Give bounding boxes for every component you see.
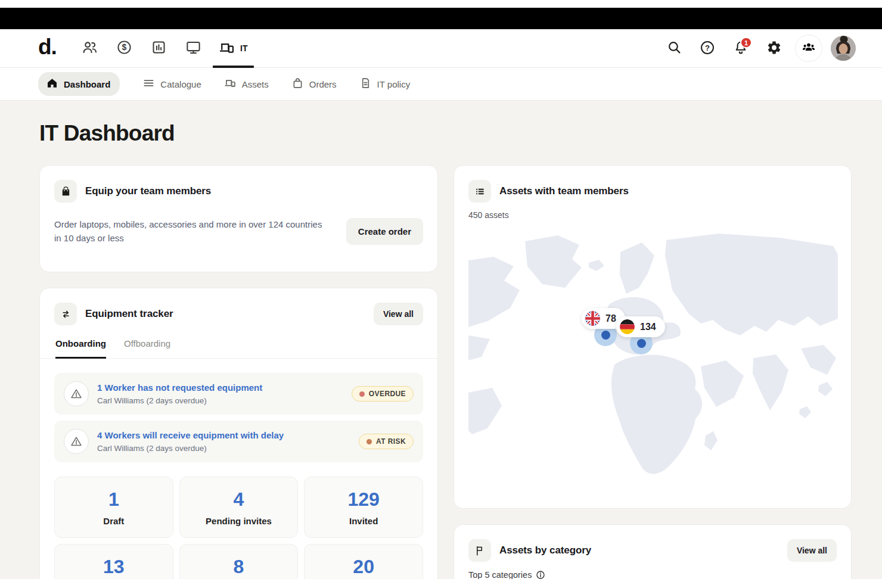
stat-pending-invites-value: 4 (180, 489, 298, 511)
tracker-alerts: 1 Worker has not requested equipment Car… (40, 359, 437, 462)
warning-triangle-icon (64, 429, 89, 454)
stat-onboarding[interactable]: 13 Onboarding (54, 544, 173, 579)
right-column: Assets with team members 450 assets (454, 165, 852, 579)
notifications-button[interactable]: 1 (728, 36, 753, 61)
tracker-tabs: Onboarding Offboarding (40, 338, 437, 359)
monitor-icon (185, 39, 201, 57)
tab-onboarding[interactable]: Onboarding (55, 338, 106, 359)
subnav-assets[interactable]: Assets (224, 77, 269, 91)
left-column: Equip your team members Order laptops, m… (39, 165, 438, 579)
main-content: IT Dashboard Equip your team members Ord (0, 101, 882, 579)
alert-title-link[interactable]: 1 Worker has not requested equipment (97, 382, 262, 393)
subnav-catalogue[interactable]: Catalogue (142, 77, 201, 91)
alert-row-at-risk[interactable]: 4 Workers will receive equipment with de… (54, 421, 423, 462)
user-avatar[interactable] (831, 36, 856, 61)
help-button[interactable]: ? (695, 36, 720, 61)
exchange-arrows-icon (54, 303, 77, 325)
top-categories-label: Top 5 categories (468, 570, 532, 579)
nav-it-tab[interactable]: IT (215, 36, 251, 60)
help-icon: ? (700, 40, 715, 57)
overdue-dot (359, 391, 365, 397)
list-icon (468, 180, 491, 203)
category-view-all-button[interactable]: View all (787, 539, 837, 562)
stat-invited-value: 129 (305, 489, 423, 511)
map-marker-uk-dot (601, 331, 610, 340)
equip-card-description: Order laptops, mobiles, accessories and … (54, 217, 325, 245)
search-icon (667, 40, 682, 57)
assets-by-category-card: Assets by category View all Top 5 catego… (454, 524, 852, 579)
dollar-coin-icon: $ (116, 39, 132, 57)
equip-team-card: Equip your team members Order laptops, m… (39, 165, 438, 272)
world-map: 78 (468, 231, 837, 478)
stat-draft-label: Draft (55, 516, 173, 526)
alert-row-overdue[interactable]: 1 Worker has not requested equipment Car… (54, 373, 423, 415)
nav-people-tab[interactable] (77, 36, 103, 60)
shopping-bag-icon (291, 77, 304, 91)
alert-title-link[interactable]: 4 Workers will receive equipment with de… (97, 430, 284, 440)
deel-logo[interactable]: d. (38, 36, 57, 61)
assets-map-title: Assets with team members (499, 185, 629, 197)
nav-monitor-tab[interactable] (181, 36, 207, 60)
create-order-button[interactable]: Create order (346, 218, 423, 245)
de-assets-badge[interactable]: 134 (616, 316, 665, 337)
subnav-it-policy-label: IT policy (377, 79, 411, 89)
warning-triangle-icon (64, 381, 89, 406)
bag-icon (54, 180, 77, 203)
bottom-margin (0, 579, 882, 587)
gear-icon (766, 40, 782, 57)
uk-assets-count: 78 (605, 313, 616, 324)
germany-flag-icon (620, 319, 635, 334)
status-badge-at-risk: AT RISK (359, 434, 414, 449)
equip-card-title: Equip your team members (85, 185, 211, 197)
assets-count: 450 assets (468, 210, 837, 220)
stat-active-value: 20 (305, 556, 423, 578)
bar-chart-icon (151, 39, 167, 57)
devices-icon (224, 77, 237, 91)
subnav-assets-label: Assets (242, 79, 269, 89)
tab-offboarding[interactable]: Offboarding (124, 338, 170, 359)
subnav-orders-label: Orders (309, 79, 337, 89)
flag-icon (468, 539, 491, 562)
category-card-title: Assets by category (499, 545, 591, 556)
stat-draft[interactable]: 1 Draft (54, 477, 173, 538)
top-margin (0, 0, 882, 8)
nav-reports-tab[interactable] (146, 36, 172, 60)
subnav-catalogue-label: Catalogue (160, 79, 201, 89)
page-title: IT Dashboard (39, 121, 852, 146)
tracker-card-title: Equipment tracker (85, 308, 173, 320)
status-badge-overdue: OVERDUE (352, 386, 414, 402)
team-icon (802, 41, 816, 57)
de-assets-count: 134 (640, 322, 656, 332)
subnav-it-policy[interactable]: IT policy (359, 77, 411, 91)
info-icon[interactable] (536, 570, 545, 579)
app-frame: d. $ (0, 0, 882, 588)
settings-button[interactable] (762, 36, 787, 61)
stat-ready-to-start[interactable]: 8 Ready to start (179, 544, 299, 579)
stat-invited-label: Invited (305, 516, 423, 526)
stat-ready-to-start-value: 8 (180, 556, 298, 578)
assets-map-card: Assets with team members 450 assets (454, 165, 852, 509)
menu-lines-icon (142, 77, 155, 91)
organization-button[interactable] (795, 35, 822, 62)
black-title-bar (0, 8, 882, 29)
stat-active[interactable]: 20 Active (304, 544, 423, 579)
header-actions: ? 1 (662, 35, 856, 62)
app-header: d. $ (0, 29, 882, 68)
subnav-orders[interactable]: Orders (291, 77, 337, 91)
equipment-tracker-card: Equipment tracker View all Onboarding Of… (39, 288, 438, 579)
search-button[interactable] (662, 36, 687, 61)
document-icon (359, 77, 372, 91)
alert-subtitle: Carl Williams (2 days overdue) (97, 396, 262, 405)
it-tab-label: IT (240, 43, 248, 53)
tracker-view-all-button[interactable]: View all (374, 303, 423, 325)
nav-finance-tab[interactable]: $ (111, 36, 138, 60)
main-nav: $ (77, 36, 251, 60)
subnav-dashboard[interactable]: Dashboard (38, 72, 120, 96)
alert-subtitle: Carl Williams (2 days overdue) (97, 444, 284, 453)
svg-text:?: ? (705, 43, 710, 52)
stat-onboarding-value: 13 (55, 556, 173, 578)
it-sub-nav: Dashboard Catalogue Assets (0, 68, 882, 101)
stat-pending-invites[interactable]: 4 Pending invites (179, 477, 299, 538)
stat-invited[interactable]: 129 Invited (304, 477, 423, 538)
uk-flag-icon (585, 311, 600, 326)
